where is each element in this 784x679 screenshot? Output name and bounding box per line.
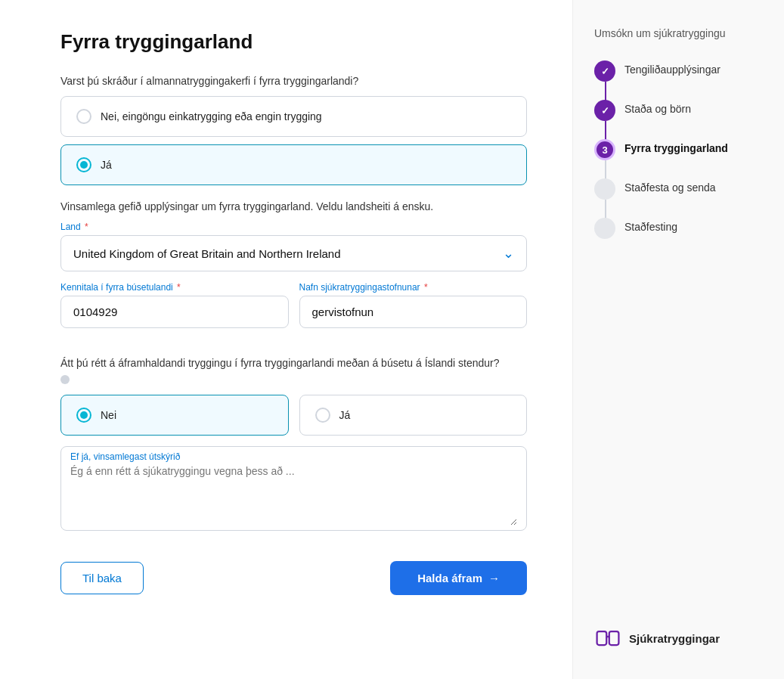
info-label: Vinsamlega gefið upplýsingar um fyrra tr… bbox=[60, 200, 527, 212]
option-yes-radio[interactable]: Já bbox=[60, 144, 527, 185]
sidebar-top: Umsókn um sjúkratryggingu ✓ Tengiliðaupp… bbox=[594, 27, 763, 257]
explanation-textarea[interactable] bbox=[70, 465, 517, 526]
step-item-1: ✓ Tengiliðaupplýsingar bbox=[594, 60, 763, 100]
step-label-3: Fyrra tryggingarland bbox=[624, 139, 728, 154]
kennitala-label: Kennitala í fyrra búsetulandi * bbox=[60, 282, 289, 293]
land-label: Land * bbox=[60, 222, 527, 232]
radio-yes-circle bbox=[76, 157, 91, 172]
option-ja-label: Já bbox=[339, 409, 351, 421]
nafn-label: Nafn sjúkratryggingastofnunar * bbox=[299, 282, 528, 293]
land-field: Land * United Kingdom of Great Britain a… bbox=[60, 222, 527, 271]
step-item-3: 3 Fyrra tryggingarland bbox=[594, 139, 763, 178]
land-value: United Kingdom of Great Britain and Nort… bbox=[73, 247, 341, 260]
page-title: Fyrra tryggingarland bbox=[60, 30, 527, 54]
nafn-field: Nafn sjúkratryggingastofnunar * bbox=[299, 282, 528, 328]
section-divider: Átt þú rétt á áframhaldandi tryggingu í … bbox=[60, 357, 527, 384]
kennitala-input[interactable] bbox=[60, 296, 289, 328]
radio-row-q2: Nei Já bbox=[60, 395, 527, 436]
option-no-label: Nei, eingöngu einkatrygging eða engin tr… bbox=[101, 110, 322, 122]
step-label-4: Staðfesta og senda bbox=[624, 178, 716, 194]
option-no-radio[interactable]: Nei, eingöngu einkatrygging eða engin tr… bbox=[60, 96, 527, 137]
step-item-5: Staðfesting bbox=[594, 218, 763, 257]
question1-label: Varst þú skráður í almannatryggingakerfi… bbox=[60, 75, 527, 87]
radio-ja-circle bbox=[315, 408, 330, 423]
explanation-field: Ef já, vinsamlegast útskýrið bbox=[60, 446, 527, 531]
option-yes-label: Já bbox=[101, 159, 112, 171]
sidebar-title: Umsókn um sjúkratryggingu bbox=[594, 27, 763, 39]
sidebar-logo: Sjúkratryggingar bbox=[594, 625, 763, 652]
next-button[interactable]: Halda áfram → bbox=[390, 561, 527, 595]
svg-rect-1 bbox=[609, 631, 619, 645]
radio-nei-circle bbox=[76, 408, 91, 423]
steps-list: ✓ Tengiliðaupplýsingar ✓ Staða og börn 3… bbox=[594, 60, 763, 257]
land-select[interactable]: United Kingdom of Great Britain and Nort… bbox=[60, 235, 527, 271]
svg-rect-0 bbox=[597, 631, 607, 645]
question2-label: Átt þú rétt á áframhaldandi tryggingu í … bbox=[60, 357, 527, 369]
step-label-5: Staðfesting bbox=[624, 218, 677, 233]
step-circle-1: ✓ bbox=[594, 60, 615, 82]
step-label-1: Tengiliðaupplýsingar bbox=[624, 60, 720, 76]
step-circle-2: ✓ bbox=[594, 100, 615, 121]
step-item-2: ✓ Staða og börn bbox=[594, 100, 763, 139]
explanation-label: Ef já, vinsamlegast útskýrið bbox=[70, 451, 517, 462]
two-col-fields: Kennitala í fyrra búsetulandi * Nafn sjú… bbox=[60, 282, 527, 339]
radio-no-circle bbox=[76, 109, 91, 124]
sidebar: Umsókn um sjúkratryggingu ✓ Tengiliðaupp… bbox=[572, 0, 784, 679]
step-item-4: Staðfesta og senda bbox=[594, 178, 763, 218]
option-nei-radio[interactable]: Nei bbox=[60, 395, 289, 436]
step-circle-5 bbox=[594, 218, 615, 239]
step-circle-3: 3 bbox=[594, 139, 615, 160]
main-content: Fyrra tryggingarland Varst þú skráður í … bbox=[0, 0, 572, 679]
kennitala-field: Kennitala í fyrra búsetulandi * bbox=[60, 282, 289, 328]
option-nei-label: Nei bbox=[101, 409, 116, 421]
nafn-input[interactable] bbox=[299, 296, 528, 328]
option-ja-radio[interactable]: Já bbox=[299, 395, 528, 436]
step-label-2: Staða og börn bbox=[624, 100, 691, 115]
step-circle-4 bbox=[594, 178, 615, 200]
info-dot bbox=[60, 375, 70, 384]
logo-text: Sjúkratryggingar bbox=[629, 632, 720, 645]
sjukra-logo-icon bbox=[594, 625, 621, 652]
chevron-down-icon: ⌄ bbox=[503, 245, 514, 262]
button-row: Til baka Halda áfram → bbox=[60, 561, 527, 595]
back-button[interactable]: Til baka bbox=[60, 562, 144, 594]
